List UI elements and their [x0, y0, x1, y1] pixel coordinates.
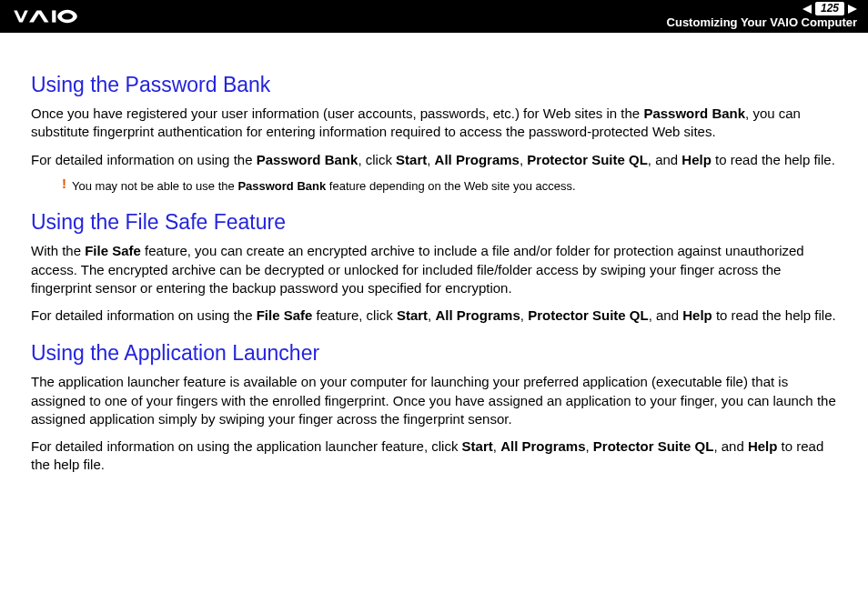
next-page-icon[interactable]: [848, 5, 857, 14]
page-nav: 125: [802, 2, 857, 16]
prev-page-icon[interactable]: [802, 5, 812, 14]
paragraph: For detailed information on using the Pa…: [31, 151, 837, 169]
warning-text: You may not be able to use the Password …: [72, 178, 576, 195]
page-number: 125: [815, 2, 844, 16]
heading-password-bank: Using the Password Bank: [31, 73, 837, 97]
paragraph: For detailed information on using the ap…: [31, 437, 837, 475]
heading-app-launcher: Using the Application Launcher: [31, 341, 837, 366]
page-header: 125 Customizing Your VAIO Computer: [0, 0, 868, 33]
warning-icon: !: [62, 176, 66, 190]
vaio-logo: [11, 8, 102, 25]
header-right: 125 Customizing Your VAIO Computer: [667, 2, 857, 31]
paragraph: With the File Safe feature, you can crea…: [31, 242, 837, 297]
paragraph: For detailed information on using the Fi…: [31, 306, 837, 325]
breadcrumb: Customizing Your VAIO Computer: [667, 15, 857, 31]
heading-file-safe: Using the File Safe Feature: [31, 210, 837, 235]
paragraph: Once you have registered your user infor…: [31, 105, 837, 142]
paragraph: The application launcher feature is avai…: [31, 373, 837, 428]
page-content: Using the Password Bank Once you have re…: [0, 33, 868, 502]
svg-rect-0: [52, 10, 56, 22]
warning-note: ! You may not be able to use the Passwor…: [62, 178, 837, 195]
